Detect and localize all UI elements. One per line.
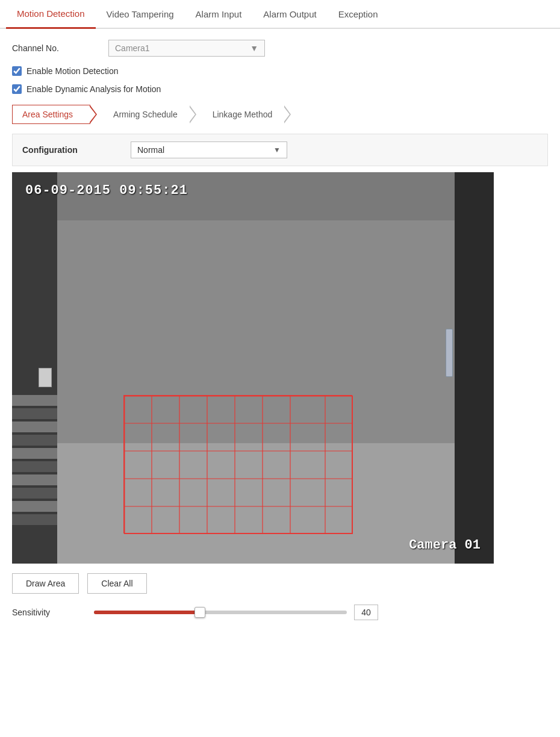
draw-area-button[interactable]: Draw Area: [12, 573, 79, 594]
channel-select[interactable]: Camera1 ▼: [108, 40, 265, 57]
config-label: Configuration: [22, 145, 131, 155]
motion-detection-grid[interactable]: [123, 395, 352, 533]
stripe: [12, 488, 57, 499]
tab-exception[interactable]: Exception: [328, 1, 389, 28]
clear-all-button[interactable]: Clear All: [87, 573, 146, 594]
sensitivity-row: Sensitivity 40: [12, 605, 548, 620]
config-dropdown-arrow: ▼: [273, 146, 281, 154]
enable-dynamic-row: Enable Dynamic Analysis for Motion: [12, 84, 548, 94]
channel-label: Channel No.: [12, 43, 108, 53]
enable-motion-row: Enable Motion Detection: [12, 66, 548, 76]
sensitivity-value: 40: [354, 605, 378, 620]
enable-motion-checkbox[interactable]: [12, 66, 22, 76]
camera-feed: 06-09-2015 09:55:21 Camera 01: [12, 172, 494, 564]
channel-value: Camera1: [115, 43, 150, 53]
camera-timestamp: 06-09-2015 09:55:21: [25, 183, 188, 198]
stripe: [12, 474, 57, 485]
camera-blinds: [12, 395, 57, 564]
stripe: [12, 501, 57, 512]
sensitivity-slider-container: 40: [94, 605, 548, 620]
tab-motion-detection[interactable]: Motion Detection: [6, 0, 96, 29]
stripe: [12, 514, 57, 525]
channel-row: Channel No. Camera1 ▼: [12, 40, 548, 57]
configuration-row: Configuration Normal ▼: [12, 134, 548, 166]
stripe: [12, 448, 57, 459]
section-tabs: Area Settings Arming Schedule Linkage Me…: [12, 105, 548, 124]
enable-dynamic-checkbox[interactable]: [12, 84, 22, 94]
action-buttons: Draw Area Clear All: [12, 573, 548, 594]
svg-rect-11: [125, 396, 353, 534]
channel-dropdown-arrow: ▼: [250, 43, 258, 53]
section-tab-linkage-method[interactable]: Linkage Method: [203, 105, 285, 123]
section-tab-area-settings[interactable]: Area Settings: [12, 105, 90, 124]
sensitivity-slider-track[interactable]: [94, 611, 347, 614]
camera-label: Camera 01: [409, 538, 481, 553]
enable-motion-label: Enable Motion Detection: [26, 66, 119, 76]
tab-navigation: Motion Detection Video Tampering Alarm I…: [0, 0, 560, 29]
stripe: [12, 435, 57, 446]
enable-dynamic-label: Enable Dynamic Analysis for Motion: [26, 84, 161, 94]
camera-door-right: [455, 172, 494, 564]
stripe: [12, 421, 57, 432]
stripe: [12, 461, 57, 472]
stripe: [12, 408, 57, 419]
tab-alarm-input[interactable]: Alarm Input: [185, 1, 253, 28]
section-tab-arming-schedule[interactable]: Arming Schedule: [104, 105, 190, 123]
sensitivity-label: Sensitivity: [12, 608, 84, 617]
camera-switch: [39, 368, 52, 387]
tab-alarm-output[interactable]: Alarm Output: [252, 1, 327, 28]
sensitivity-slider-thumb[interactable]: [194, 607, 205, 618]
main-content: Channel No. Camera1 ▼ Enable Motion Dete…: [0, 29, 560, 631]
tab-video-tampering[interactable]: Video Tampering: [96, 1, 185, 28]
stripe: [12, 395, 57, 406]
sensitivity-slider-fill: [94, 611, 200, 614]
config-select[interactable]: Normal ▼: [131, 141, 287, 158]
motion-grid-svg: [124, 396, 353, 534]
config-value: Normal: [137, 145, 164, 155]
camera-handle: [446, 329, 453, 377]
